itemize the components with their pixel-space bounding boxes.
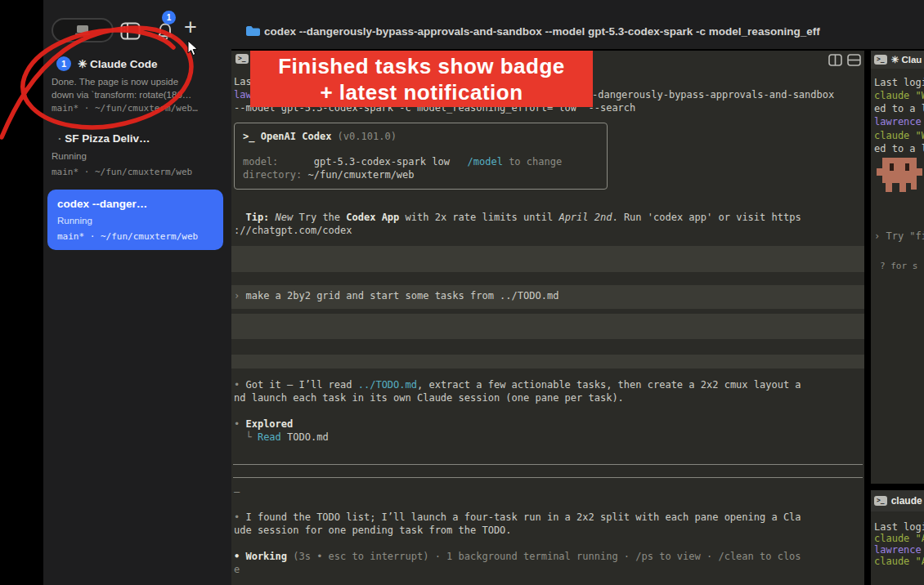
terminal-line: Last logi — [874, 521, 924, 533]
pane-title: ✳ Clau — [891, 54, 922, 65]
sidebar-item-claude-code[interactable]: 1 ✳ Claude Code Done. The page is now up… — [43, 49, 231, 119]
shortcuts-hint-line: ? for s — [880, 260, 917, 273]
terminal-badge-icon: >_ — [235, 54, 249, 64]
split-horizontal-icon[interactable] — [847, 54, 861, 66]
session-meta: main* · ~/fun/cmuxterm/web — [52, 167, 192, 177]
notification-preview-line2: down via `transform: rotate(180… — [52, 90, 191, 100]
claude-spark-icon: ✳ — [78, 58, 90, 70]
codex-welcome-box: >_ OpenAI Codex (v0.101.0) model: gpt-5.… — [234, 123, 608, 190]
assistant-line: ude session for one pending task from th… — [234, 524, 512, 537]
session-title: codex --danger… — [57, 198, 147, 210]
terminal-line: ed to a l — [874, 102, 924, 115]
terminal-line: claude "W — [874, 129, 924, 142]
session-status: Running — [52, 151, 87, 161]
sidebar-item-sf-pizza[interactable]: · SF Pizza Deliv… Running main* · ~/fun/… — [43, 127, 231, 181]
user-input-line: › make a 2by2 grid and start some tasks … — [234, 289, 558, 302]
right-top-terminal-pane: >_ ✳ Clau Last logi claude "W ed to a l … — [871, 51, 924, 484]
divider — [233, 477, 863, 478]
codex-box-header: >_ OpenAI Codex (v0.101.0) — [243, 130, 397, 143]
active-tab-pill[interactable] — [52, 18, 114, 42]
new-session-button[interactable]: + — [184, 15, 197, 40]
tip-line-2: ://chatgpt.com/codex — [234, 224, 352, 237]
terminal-line: Last logi — [874, 76, 924, 89]
assistant-line: nd launch each task in its own Claude se… — [234, 391, 624, 404]
terminal-line: claude "W — [874, 89, 924, 102]
codex-model-line: model: gpt-5.3-codex-spark low /model to… — [243, 155, 562, 168]
notification-preview-line1: Done. The page is now upside — [52, 77, 178, 87]
terminal-badge-icon: >_ — [874, 496, 887, 506]
codex-directory-line: directory: ~/fun/cmuxterm/web — [243, 168, 415, 181]
window-title: codex --dangerously-bypass-approvals-and… — [264, 25, 820, 38]
session-title: · SF Pizza Deliv… — [58, 132, 150, 145]
pane-header[interactable]: >_ ✳ Clau — [871, 51, 924, 69]
terminal-line: ed to a l — [874, 142, 924, 155]
split-vertical-icon[interactable] — [828, 54, 842, 66]
working-status-line: • Working (3s • esc to interrupt) · 1 ba… — [234, 550, 801, 563]
titlebar: codex --dangerously-bypass-approvals-and… — [231, 0, 924, 49]
sidebar-item-codex-selected[interactable]: codex --danger… Running main* · ~/fun/cm… — [47, 190, 223, 250]
sidebar: 1 + 1 ✳ Claude Code Done. The page is no… — [43, 0, 231, 585]
laptop-icon — [73, 24, 92, 37]
composer-band[interactable] — [231, 246, 864, 272]
session-title: ✳ Claude Code — [78, 57, 158, 70]
terminal-line: claude "A — [874, 556, 924, 567]
explored-header: • Explored — [234, 418, 293, 431]
command-line-right: -dangerously-bypass-approvals-and-sandbo… — [592, 88, 834, 101]
bell-icon[interactable] — [155, 21, 175, 42]
pane-header[interactable]: >_ claude — [871, 490, 924, 511]
finished-badge: 1 — [56, 56, 71, 71]
session-status: Running — [57, 216, 92, 226]
right-bottom-terminal-pane: >_ claude Last logi claude "A lawrence c… — [871, 490, 924, 585]
divider — [233, 464, 863, 465]
terminal-line: claude "A — [874, 533, 924, 544]
login-line: Las — [234, 75, 252, 88]
notification-badge: 1 — [162, 11, 176, 25]
try-suggestion-line: › Try "fi — [874, 230, 924, 243]
terminal-line: lawrence — [874, 115, 922, 128]
folder-icon — [245, 25, 261, 37]
session-meta: main* · ~/fun/cmuxterm/web… — [52, 103, 198, 114]
bullet-icon: · — [58, 132, 65, 145]
pane-title: claude — [891, 495, 922, 507]
tip-line: Tip: New Try the Codex App with 2x rate … — [234, 211, 801, 224]
assistant-line: • I found the TODO list; I’ll launch a f… — [234, 511, 801, 524]
sidebar-toggle-icon[interactable] — [120, 22, 141, 40]
terminal-line: lawrence — [874, 544, 922, 556]
command-line-2: --model gpt-5.3-codex-spark -c model_rea… — [234, 101, 635, 114]
composer-band[interactable] — [231, 355, 864, 368]
command-line-left: law — [234, 88, 252, 101]
dash-line: — — [234, 485, 240, 498]
explored-read-line: └ Read TODO.md — [234, 431, 329, 444]
composer-band[interactable] — [231, 314, 864, 339]
assistant-line: • Got it — I’ll read ../TODO.md, extract… — [234, 378, 801, 391]
main-terminal-pane: >_ Las law -dangerously-bypass-approvals… — [231, 51, 864, 585]
session-meta: main* · ~/fun/cmuxterm/web — [57, 231, 198, 242]
claude-mascot — [877, 155, 922, 196]
working-status-line: e — [234, 563, 240, 576]
terminal-badge-icon: >_ — [874, 55, 887, 65]
